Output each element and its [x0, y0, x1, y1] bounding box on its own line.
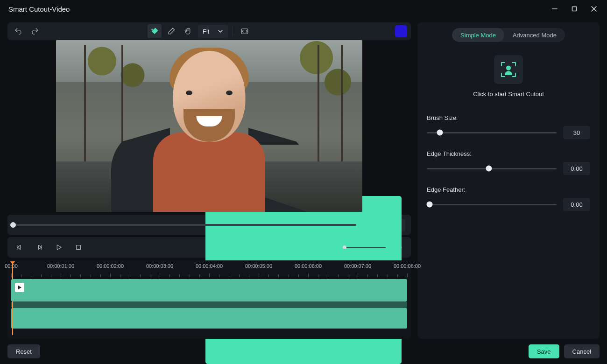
play-button[interactable]	[52, 241, 65, 254]
reset-button[interactable]: Reset	[7, 344, 40, 358]
zoom-slider[interactable]	[344, 247, 386, 248]
editor-panel: Fit	[7, 22, 411, 339]
svg-marker-5	[18, 245, 21, 250]
window-close-button[interactable]	[585, 2, 603, 16]
redo-button[interactable]	[28, 24, 42, 38]
ruler-label: 00:00:01:00	[47, 263, 74, 269]
clip-play-icon	[15, 283, 24, 292]
zoom-fit-label: Fit	[203, 28, 209, 35]
ruler-label: 00:00:08:00	[394, 263, 421, 269]
svg-marker-7	[39, 245, 42, 250]
scrubber-thumb[interactable]	[10, 222, 16, 228]
save-button[interactable]: Save	[529, 344, 559, 358]
video-preview[interactable]	[56, 40, 362, 212]
eraser-button[interactable]	[164, 24, 178, 38]
ruler-label: 00:00:05:00	[245, 263, 272, 269]
compare-toggle-button[interactable]	[238, 24, 252, 38]
zoom-fit-select[interactable]: Fit	[198, 25, 228, 38]
properties-panel: Simple Mode Advanced Mode Click to start…	[417, 22, 600, 339]
ruler-label: 00:00:03:00	[146, 263, 173, 269]
svg-point-18	[506, 66, 511, 70]
preview-area	[7, 40, 411, 212]
zoom-slider-thumb[interactable]	[343, 245, 346, 249]
edge-thickness-slider[interactable]	[427, 168, 557, 169]
timeline[interactable]: 00:0000:00:01:0000:00:02:0000:00:03:0000…	[7, 260, 411, 339]
edge-feather-control: Edge Feather: 0.00	[427, 186, 590, 211]
cutout-person-icon	[499, 60, 518, 79]
brush-size-value[interactable]: 30	[563, 126, 590, 139]
cancel-button[interactable]: Cancel	[564, 344, 600, 358]
timeline-video-track[interactable]	[11, 279, 407, 301]
brush-add-button[interactable]	[148, 24, 162, 38]
mode-advanced-tab[interactable]: Advanced Mode	[504, 28, 565, 42]
chevron-down-icon	[218, 28, 223, 34]
undo-button[interactable]	[11, 24, 25, 38]
step-back-button[interactable]	[13, 241, 26, 254]
step-forward-button[interactable]	[33, 241, 46, 254]
edge-thickness-control: Edge Thickness: 0.00	[427, 150, 590, 175]
ruler-label: 00:00:07:00	[344, 263, 371, 269]
mode-simple-tab[interactable]: Simple Mode	[452, 28, 504, 42]
editor-toolbar: Fit	[7, 22, 411, 40]
svg-marker-17	[18, 286, 21, 289]
timeline-gap	[11, 301, 407, 308]
svg-rect-10	[77, 245, 81, 250]
mode-toggle: Simple Mode Advanced Mode	[452, 28, 565, 42]
edge-thickness-thumb[interactable]	[486, 166, 492, 172]
edge-thickness-value[interactable]: 0.00	[563, 162, 590, 175]
edge-thickness-label: Edge Thickness:	[427, 150, 590, 157]
separator	[233, 26, 233, 36]
brush-size-control: Brush Size: 30	[427, 114, 590, 139]
ruler-label: 00:00:04:00	[196, 263, 223, 269]
brush-size-thumb[interactable]	[437, 130, 443, 136]
window-minimize-button[interactable]	[545, 2, 564, 16]
edge-feather-value[interactable]: 0.00	[563, 198, 590, 211]
ruler-label: 00:00:06:00	[295, 263, 322, 269]
window-maximize-button[interactable]	[565, 2, 584, 16]
edge-feather-label: Edge Feather:	[427, 186, 590, 193]
start-cutout-tile[interactable]	[494, 55, 523, 84]
timeline-ruler[interactable]: 00:0000:00:01:0000:00:02:0000:00:03:0000…	[11, 263, 407, 277]
brush-size-slider[interactable]	[427, 132, 557, 133]
svg-marker-9	[57, 245, 61, 250]
foreground-color-swatch[interactable]	[395, 25, 407, 37]
window-title: Smart Cutout-Video	[8, 5, 545, 13]
cutout-hint-text: Click to start Smart Cutout	[427, 91, 590, 98]
edge-feather-slider[interactable]	[427, 204, 557, 205]
ruler-label: 00:00:02:00	[97, 263, 124, 269]
stop-button[interactable]	[72, 241, 85, 254]
timeline-audio-track[interactable]	[11, 308, 407, 329]
svg-rect-1	[572, 7, 577, 11]
brush-size-label: Brush Size:	[427, 114, 590, 121]
titlebar: Smart Cutout-Video	[0, 0, 607, 18]
scrubber-track[interactable]	[13, 224, 356, 226]
pan-hand-button[interactable]	[181, 24, 195, 38]
edge-feather-thumb[interactable]	[426, 202, 432, 208]
